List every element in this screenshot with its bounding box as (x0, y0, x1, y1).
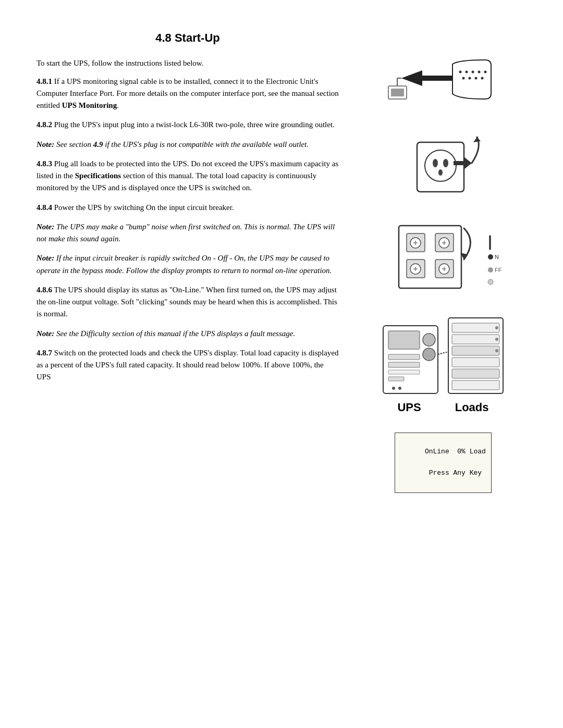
svg-rect-65 (452, 335, 499, 344)
svg-rect-58 (388, 362, 420, 367)
svg-point-55 (423, 334, 435, 346)
svg-point-14 (462, 77, 465, 80)
note-49: Note: See section 4.9 if the UPS's plug … (36, 139, 339, 151)
section-486: 4.8.6 The UPS should display its status … (36, 284, 339, 320)
svg-point-16 (475, 77, 478, 80)
svg-point-12 (478, 71, 481, 73)
section-483-bold: Specifications (75, 171, 121, 180)
svg-rect-54 (388, 331, 420, 349)
svg-point-70 (495, 326, 498, 329)
svg-marker-28 (473, 137, 481, 142)
svg-point-61 (392, 387, 395, 390)
section-487: 4.8.7 Switch on the protected loads and … (36, 347, 339, 384)
svg-point-17 (481, 77, 484, 80)
svg-rect-66 (452, 346, 499, 355)
section-481-bold: UPS Monitoring (62, 101, 117, 109)
note-bypass: Note: If the input circuit breaker is ra… (36, 252, 339, 277)
ups-label: UPS (397, 401, 421, 414)
illustration-outlet (388, 130, 498, 203)
svg-point-15 (469, 77, 471, 80)
section-487-num: 4.8.7 (36, 349, 52, 357)
svg-point-9 (459, 71, 462, 73)
left-column: 4.8 Start-Up To start the UPS, follow th… (36, 31, 339, 493)
svg-point-52 (488, 279, 493, 285)
note-fault: Note: See the Difficulty section of this… (36, 328, 339, 340)
svg-line-73 (438, 352, 448, 354)
section-486-text: The UPS should display its status as "On… (36, 286, 337, 318)
page-container: 4.8 Start-Up To start the UPS, follow th… (0, 0, 563, 524)
section-483: 4.8.3 Plug all loads to be protected int… (36, 158, 339, 194)
page-title: 4.8 Start-Up (36, 31, 339, 45)
svg-point-50 (488, 267, 493, 273)
svg-text:FF: FF (495, 267, 502, 273)
section-484-text: Power the UPS by switching On the input … (54, 203, 234, 212)
lcd-line1: OnLine 0% Load (425, 448, 486, 455)
lcd-display: OnLine 0% Load Press Any Key (395, 433, 492, 493)
section-486-num: 4.8.6 (36, 286, 52, 294)
svg-text:N: N (495, 254, 499, 260)
right-column: N FF (339, 31, 537, 493)
svg-rect-64 (452, 323, 499, 332)
svg-marker-0 (401, 70, 454, 86)
lcd-line2: Press Any Key (425, 469, 482, 477)
ups-loads-label: UPS Loads (381, 401, 506, 414)
svg-point-24 (433, 159, 438, 167)
svg-point-72 (495, 349, 498, 352)
svg-point-25 (443, 159, 448, 167)
note-bump: Note: The UPS may make a "bump" noise wh… (36, 221, 339, 245)
svg-rect-67 (452, 357, 499, 367)
loads-label: Loads (455, 401, 489, 414)
illustration-connector (383, 47, 503, 115)
svg-rect-57 (388, 354, 420, 360)
svg-point-26 (438, 169, 443, 176)
section-482-num: 4.8.2 (36, 120, 52, 129)
section-487-text: Switch on the protected loads and check … (36, 349, 338, 381)
svg-point-11 (472, 71, 474, 73)
section-483-num: 4.8.3 (36, 159, 52, 168)
svg-point-56 (423, 348, 435, 361)
svg-point-10 (466, 71, 468, 73)
section-481-num: 4.8.1 (36, 77, 52, 85)
svg-point-13 (484, 71, 487, 73)
section-484: 4.8.4 Power the UPS by switching On the … (36, 202, 339, 214)
svg-point-62 (398, 387, 401, 390)
svg-rect-60 (388, 377, 404, 381)
section-481: 4.8.1 If a UPS monitoring signal cable i… (36, 76, 339, 112)
svg-rect-19 (391, 89, 404, 96)
svg-rect-59 (388, 370, 420, 374)
svg-rect-69 (452, 380, 499, 390)
svg-point-48 (488, 254, 493, 260)
svg-point-23 (425, 150, 456, 181)
section-484-num: 4.8.4 (36, 203, 52, 212)
svg-rect-68 (452, 369, 499, 378)
intro-paragraph: To start the UPS, follow the instruction… (36, 57, 339, 69)
illustration-breaker: N FF (383, 219, 503, 297)
svg-point-71 (495, 338, 498, 341)
illustration-ups-loads: UPS Loads (378, 313, 508, 414)
section-482: 4.8.2 Plug the UPS's input plug into a t… (36, 119, 339, 131)
section-482-text: Plug the UPS's input plug into a twist-l… (54, 120, 335, 129)
